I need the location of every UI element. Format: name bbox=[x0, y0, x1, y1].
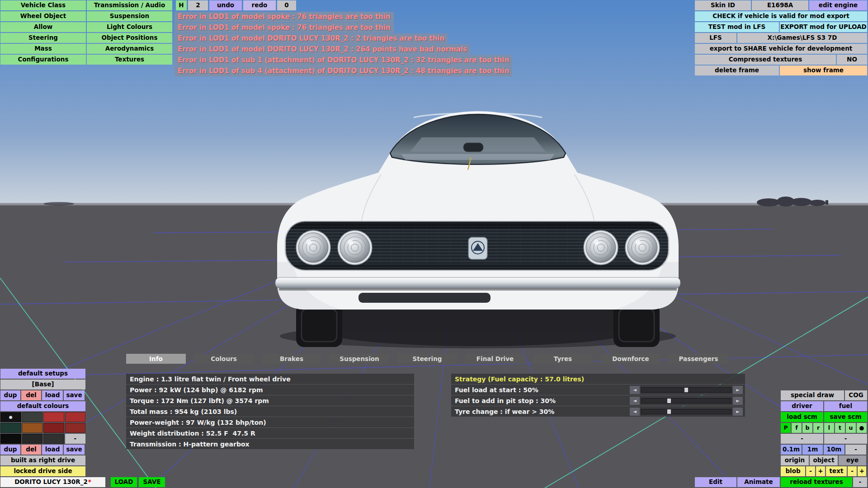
menu-steering[interactable]: Steering bbox=[0, 33, 86, 43]
undo-button[interactable]: undo bbox=[209, 0, 242, 10]
slider-thumb[interactable] bbox=[684, 388, 688, 392]
menu-suspension[interactable]: Suspension bbox=[87, 11, 172, 21]
menu-wheel-object[interactable]: Wheel Object bbox=[0, 11, 86, 21]
menu-transmission-audio[interactable]: Transmission / Audio bbox=[87, 0, 172, 10]
lfs-button[interactable]: LFS bbox=[695, 33, 736, 43]
compressed-textures-button[interactable]: Compressed textures bbox=[695, 55, 836, 65]
tab-info[interactable]: Info bbox=[126, 354, 186, 364]
tab-passengers[interactable]: Passengers bbox=[669, 354, 728, 364]
menu-allow[interactable]: Allow bbox=[0, 22, 86, 32]
menu-object-positions[interactable]: Object Positions bbox=[87, 33, 172, 43]
edit-mode-button[interactable]: Edit bbox=[695, 477, 736, 487]
tab-steering[interactable]: Steering bbox=[397, 354, 457, 364]
built-as-right-drive-button[interactable]: built as right drive bbox=[0, 455, 85, 465]
slider-track[interactable] bbox=[641, 398, 731, 404]
tab-downforce[interactable]: Downforce bbox=[601, 354, 660, 364]
text-button[interactable]: text bbox=[826, 466, 847, 476]
test-mod-button[interactable]: TEST mod in LFS bbox=[695, 22, 779, 32]
fuel-button[interactable]: fuel bbox=[824, 401, 867, 411]
tab-tyres[interactable]: Tyres bbox=[533, 354, 593, 364]
slider-track[interactable] bbox=[641, 387, 731, 393]
slider-thumb[interactable] bbox=[667, 399, 671, 403]
special-draw-button[interactable]: special draw bbox=[781, 390, 844, 400]
view-ref-origin[interactable]: origin bbox=[781, 455, 809, 465]
locked-drive-side-button[interactable]: locked drive side bbox=[0, 466, 85, 476]
edit-engine-button[interactable]: edit engine bbox=[809, 0, 867, 10]
move-step-1m[interactable]: 1m bbox=[802, 445, 823, 455]
menu-textures[interactable]: Textures bbox=[87, 55, 172, 65]
mode-minus-button[interactable]: - bbox=[853, 477, 867, 487]
move-step-minus[interactable]: - bbox=[845, 445, 866, 455]
colour-swatch[interactable] bbox=[0, 434, 21, 444]
colour-swatch[interactable] bbox=[22, 423, 43, 433]
menu-configurations[interactable]: Configurations bbox=[0, 55, 86, 65]
lfs-path[interactable]: X:\Games\LFS S3 7D bbox=[737, 33, 867, 43]
colour-swatch[interactable] bbox=[0, 423, 21, 433]
setup-file-row-save-button[interactable]: save bbox=[64, 390, 85, 400]
colour-swatch[interactable] bbox=[43, 434, 64, 444]
tab-colours[interactable]: Colours bbox=[194, 354, 254, 364]
slider-thumb[interactable] bbox=[667, 409, 671, 414]
blob-button[interactable]: blob bbox=[781, 466, 805, 476]
dash-button-2[interactable]: - bbox=[824, 434, 867, 444]
compressed-textures-value[interactable]: NO bbox=[837, 55, 867, 65]
colour-swatch[interactable] bbox=[43, 412, 64, 422]
text-minus-button[interactable]: - bbox=[848, 466, 857, 476]
default-colours-button[interactable]: default colours bbox=[0, 401, 85, 411]
draw-flag-r[interactable]: r bbox=[813, 423, 823, 433]
draw-flag-l[interactable]: l bbox=[824, 423, 834, 433]
load-scm-button[interactable]: load scm bbox=[781, 412, 823, 422]
blob-plus-button[interactable]: + bbox=[816, 466, 825, 476]
driver-button[interactable]: driver bbox=[781, 401, 823, 411]
view-ref-eye[interactable]: eye bbox=[839, 455, 866, 465]
animate-mode-button[interactable]: Animate bbox=[737, 477, 780, 487]
colour-swatch[interactable]: ● bbox=[0, 412, 21, 422]
skin-id-label[interactable]: Skin ID bbox=[695, 0, 751, 10]
draw-flag-f[interactable]: f bbox=[792, 423, 802, 433]
dash-button-1[interactable]: - bbox=[781, 434, 823, 444]
share-vehicle-button[interactable]: export to SHARE vehicle for development bbox=[695, 44, 867, 54]
base-setup-button[interactable]: [Base] bbox=[0, 380, 85, 389]
slider-decrease-button[interactable]: ◄ bbox=[630, 397, 640, 405]
colour-swatch[interactable] bbox=[65, 423, 86, 433]
tab-suspension[interactable]: Suspension bbox=[330, 354, 389, 364]
slider-increase-button[interactable]: ► bbox=[733, 397, 743, 405]
menu-mass[interactable]: Mass bbox=[0, 44, 86, 54]
swatch-minus-button[interactable]: - bbox=[65, 434, 86, 444]
menu-light-colours[interactable]: Light Colours bbox=[87, 22, 172, 32]
setup-file-row-load-button[interactable]: load bbox=[42, 390, 63, 400]
move-step-10m[interactable]: 10m bbox=[824, 445, 844, 455]
colour-swatch[interactable] bbox=[43, 423, 64, 433]
h-mode-button[interactable]: H bbox=[176, 0, 187, 10]
default-setups-button[interactable]: default setups bbox=[0, 369, 85, 379]
export-mod-button[interactable]: EXPORT mod for UPLOAD bbox=[780, 22, 867, 32]
text-plus-button[interactable]: + bbox=[858, 466, 866, 476]
slider-decrease-button[interactable]: ◄ bbox=[630, 386, 640, 394]
colour-file-row-del-button[interactable]: del bbox=[21, 445, 41, 455]
slider-increase-button[interactable]: ► bbox=[733, 386, 743, 394]
delete-frame-button[interactable]: delete frame bbox=[695, 66, 779, 75]
draw-flag-dot[interactable]: ● bbox=[857, 423, 867, 433]
tab-brakes[interactable]: Brakes bbox=[262, 354, 321, 364]
slider-decrease-button[interactable]: ◄ bbox=[630, 408, 640, 416]
draw-flag-u[interactable]: u bbox=[846, 423, 856, 433]
blob-minus-button[interactable]: - bbox=[806, 466, 815, 476]
check-vehicle-button[interactable]: CHECK if vehicle is valid for mod export bbox=[695, 11, 867, 21]
view-ref-object[interactable]: object bbox=[810, 455, 838, 465]
redo-button[interactable]: redo bbox=[243, 0, 276, 10]
draw-flag-b[interactable]: b bbox=[802, 423, 812, 433]
vehicle-name-field[interactable]: DORITO LUCY 130R_2* bbox=[0, 477, 105, 487]
show-frame-button[interactable]: show frame bbox=[780, 66, 867, 75]
skin-id-value[interactable]: E1698A bbox=[752, 0, 808, 10]
reload-textures-button[interactable]: reload textures bbox=[781, 477, 852, 487]
tab-final-drive[interactable]: Final Drive bbox=[465, 354, 525, 364]
cog-button[interactable]: COG bbox=[845, 390, 867, 400]
colour-swatch[interactable] bbox=[65, 412, 86, 422]
setup-file-row-del-button[interactable]: del bbox=[21, 390, 41, 400]
slider-increase-button[interactable]: ► bbox=[733, 408, 743, 416]
colour-file-row-save-button[interactable]: save bbox=[64, 445, 85, 455]
setup-file-row-dup-button[interactable]: dup bbox=[0, 390, 20, 400]
save-vehicle-button[interactable]: SAVE bbox=[139, 477, 165, 487]
colour-file-row-dup-button[interactable]: dup bbox=[0, 445, 20, 455]
colour-file-row-load-button[interactable]: load bbox=[42, 445, 63, 455]
